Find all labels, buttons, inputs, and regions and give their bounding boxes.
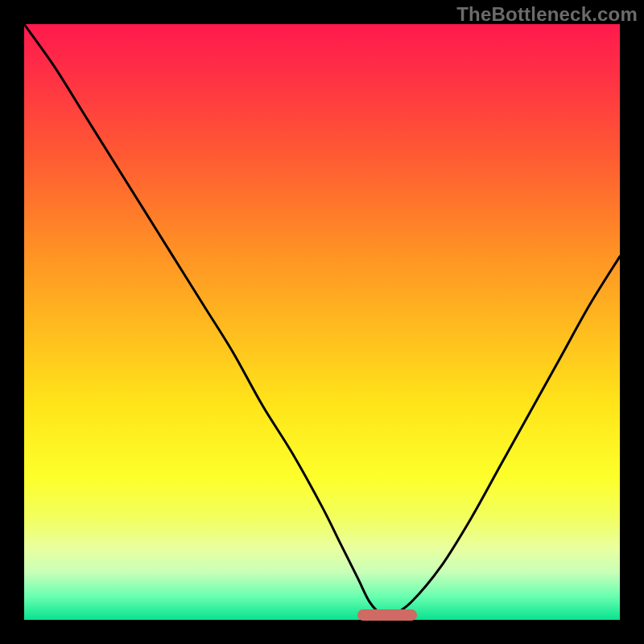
watermark-text: TheBottleneck.com [456,3,638,26]
optimal-range-marker [357,609,417,621]
chart-frame: TheBottleneck.com [0,0,644,644]
bottleneck-curve [24,24,620,620]
plot-area [24,24,620,620]
